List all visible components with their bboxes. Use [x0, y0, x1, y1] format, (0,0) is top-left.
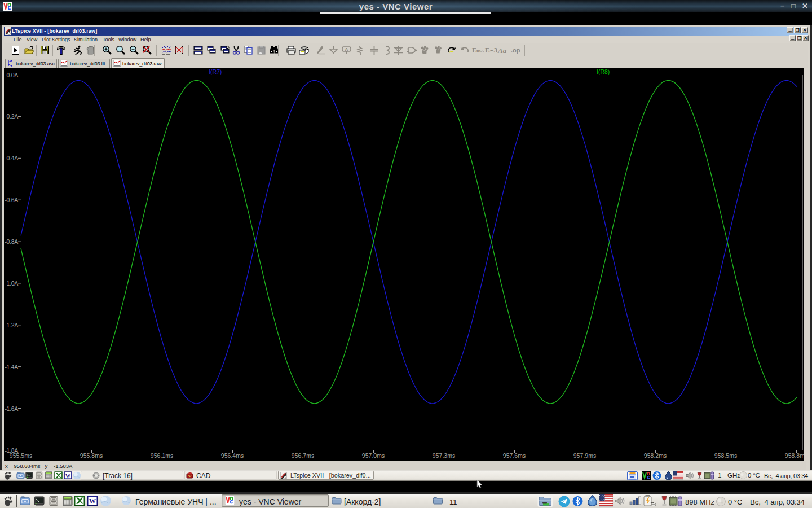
svg-text:W: W [65, 473, 70, 479]
svg-text:W: W [89, 497, 96, 505]
svg-text:A: A [345, 47, 348, 52]
